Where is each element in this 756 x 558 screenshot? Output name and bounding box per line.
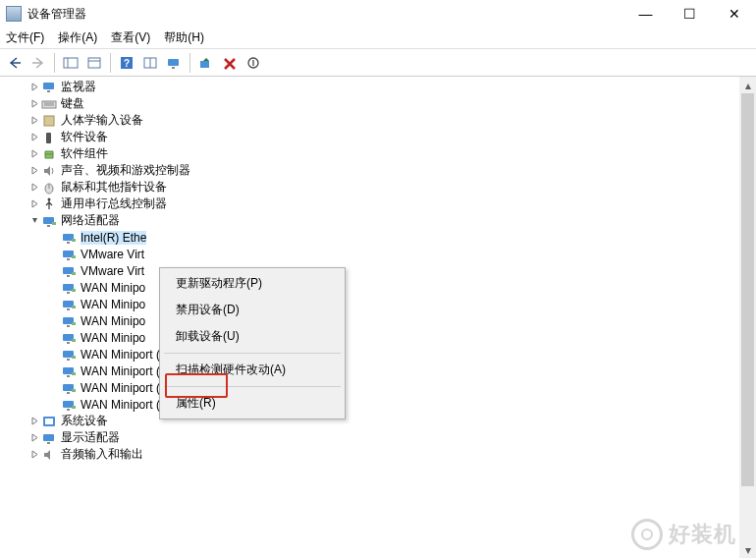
scroll-thumb[interactable] [741,93,754,486]
expand-icon[interactable] [27,147,41,161]
svg-rect-41 [67,325,70,327]
expand-icon[interactable] [27,81,41,94]
window-buttons: — ☐ ✕ [623,0,756,28]
minimize-button[interactable]: — [623,0,668,28]
net-icon [61,264,77,278]
tree-node[interactable]: 显示适配器 [0,429,756,446]
tree-node[interactable]: WAN Minipo [0,279,756,296]
expand-icon[interactable] [27,431,41,445]
device-tree[interactable]: 监视器键盘人体学输入设备软件设备软件组件声音、视频和游戏控制器鼠标和其他指针设备… [0,77,756,558]
tree-node[interactable]: 通用串行总线控制器 [0,195,756,212]
tree-node[interactable]: WAN Minipo [0,312,756,329]
svg-rect-30 [72,255,76,258]
menu-action[interactable]: 操作(A) [58,29,97,46]
tree-node[interactable]: 软件组件 [0,145,756,162]
update-driver-button[interactable] [195,52,217,74]
net-icon [61,364,77,378]
expand-icon[interactable] [27,131,41,144]
tree-node[interactable]: 软件设备 [0,129,756,145]
menu-view[interactable]: 查看(V) [111,29,150,46]
watermark-text: 好装机 [669,520,736,549]
tree-node-label: 声音、视频和游戏控制器 [61,162,190,179]
svg-rect-26 [67,242,70,244]
maximize-button[interactable]: ☐ [668,0,712,28]
svg-rect-61 [47,442,50,444]
monitor-icon [41,81,57,94]
svg-rect-56 [67,409,70,411]
expand-icon[interactable] [27,197,41,211]
expander-placeholder [47,364,61,378]
expander-placeholder [47,264,61,278]
expander-placeholder [47,298,61,311]
svg-rect-12 [43,83,54,89]
tree-node[interactable]: Intel(R) Ethe [0,229,756,246]
tree-node[interactable]: WAN Miniport (Network Monitor) [0,346,756,363]
menu-file[interactable]: 文件(F) [6,29,44,46]
tree-node[interactable]: 系统设备 [0,413,756,429]
tree-node[interactable]: WAN Miniport (SSTP) [0,396,756,413]
tree-node-label: 人体学输入设备 [61,112,143,129]
forward-button[interactable] [27,52,49,74]
scroll-track[interactable] [739,93,756,541]
tree-node-label: WAN Minipo [81,281,145,295]
help-button[interactable]: ? [116,52,137,74]
disable-button[interactable] [243,52,264,74]
expand-icon[interactable] [27,415,41,428]
tree-node[interactable]: 键盘 [0,95,756,112]
usb-icon [41,197,57,211]
svg-rect-36 [72,289,76,292]
tree-node-label: WAN Minipo [81,314,145,328]
tree-node-label: 音频输入和输出 [61,446,143,463]
menu-help[interactable]: 帮助(H) [164,29,204,46]
collapse-icon[interactable] [27,214,41,228]
expander-placeholder [47,281,61,295]
net-icon [61,314,77,328]
net-icon [61,281,77,295]
svg-rect-27 [72,239,76,242]
expand-icon[interactable] [27,448,41,462]
context-menu-update-driver[interactable]: 更新驱动程序(P) [162,270,343,297]
svg-rect-13 [47,90,50,92]
tree-node[interactable]: VMware Virt [0,246,756,262]
tree-node[interactable]: WAN Miniport (PPPOE) [0,363,756,379]
tree-node[interactable]: WAN Miniport (PPTP) [0,379,756,396]
svg-rect-18 [46,133,51,143]
tree-node-label: 软件组件 [61,145,108,162]
context-menu-disable[interactable]: 禁用设备(D) [162,297,343,323]
expand-icon[interactable] [27,181,41,195]
window-title: 设备管理器 [27,6,623,23]
toolbar-button-4[interactable] [83,52,105,74]
vertical-scrollbar[interactable]: ▴ ▾ [739,77,756,558]
svg-rect-23 [47,225,50,227]
tree-node[interactable]: 人体学输入设备 [0,112,756,129]
tree-node[interactable]: 声音、视频和游戏控制器 [0,162,756,179]
close-button[interactable]: ✕ [712,0,756,28]
tree-node[interactable]: 音频输入和输出 [0,446,756,463]
tree-node[interactable]: 鼠标和其他指针设备 [0,179,756,195]
uninstall-button[interactable] [219,52,241,74]
context-menu-uninstall[interactable]: 卸载设备(U) [162,323,343,350]
tree-node[interactable]: 监视器 [0,79,756,95]
context-menu-scan[interactable]: 扫描检测硬件改动(A) [162,357,343,383]
tree-node[interactable]: VMware Virt [0,262,756,279]
show-hide-tree-button[interactable] [60,52,81,74]
tree-node[interactable]: 网络适配器 [0,212,756,229]
app-icon [6,6,22,22]
expand-icon[interactable] [27,164,41,178]
scan-hardware-button[interactable] [163,52,185,74]
back-button[interactable] [4,52,26,74]
scroll-up-button[interactable]: ▴ [739,77,756,93]
toolbar-button-6[interactable] [139,52,161,74]
context-menu-properties[interactable]: 属性(R) [162,390,343,417]
expander-placeholder [47,248,61,261]
expand-icon[interactable] [27,114,41,128]
scroll-down-button[interactable]: ▾ [739,541,756,558]
tree-node[interactable]: WAN Minipo [0,329,756,346]
svg-rect-42 [72,322,76,325]
expander-placeholder [47,398,61,412]
toolbar: ? [0,49,756,77]
expand-icon[interactable] [27,97,41,111]
tree-node[interactable]: WAN Minipo [0,296,756,312]
watermark-icon [631,519,663,550]
svg-rect-51 [72,372,76,375]
